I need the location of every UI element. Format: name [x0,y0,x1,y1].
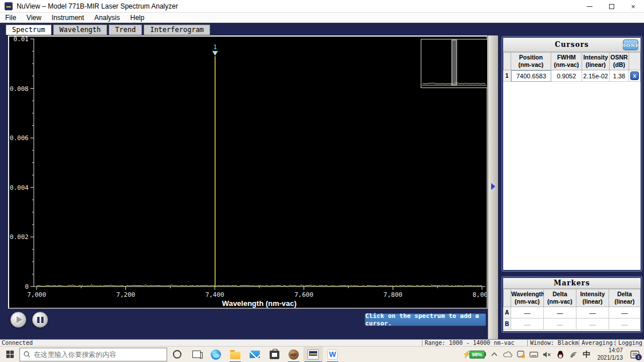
tab-spectrum[interactable]: Spectrum [6,25,52,35]
maximize-icon [609,4,614,9]
cursors-col-index [503,52,511,70]
maximize-button[interactable] [600,0,622,13]
cursors-panel: Cursors DONE Position(nm-vac) FWHM(nm-va… [502,37,642,271]
svg-text:7,400: 7,400 [206,291,224,299]
task-view-button[interactable] [187,347,206,362]
markers-col-delta-nm: Delta(nm-vac) [544,289,576,307]
cursors-col-osnr: OSNR(dB) [610,52,629,70]
status-bar: Connected Range: 1000 - 14000 nm-vac Win… [0,339,644,346]
close-icon: × [631,2,635,11]
clock-time: 14:07 [598,347,623,355]
cursors-col-fwhm: FWHM(nm-vac) [551,52,582,70]
game-app-button[interactable] [284,347,303,362]
tray-chevron-up-icon[interactable] [490,349,499,360]
status-logging: Logging [615,340,644,347]
svg-text:0.006: 0.006 [10,134,29,142]
cortana-icon [173,350,181,359]
svg-text:1: 1 [214,44,217,50]
volume-muted-icon[interactable] [543,349,552,360]
start-button[interactable] [0,347,19,362]
spectrum-plot[interactable]: 00.0020.0040.0060.0080.017,0007,2007,400… [9,37,487,308]
qq-penguin-icon[interactable] [556,349,565,360]
menu-file[interactable]: File [0,13,21,23]
svg-text:0.004: 0.004 [10,184,29,192]
marker-row-a: A — — — — [503,307,641,319]
tab-interferogram[interactable]: Interferogram [144,25,210,35]
done-button[interactable]: DONE [623,39,638,50]
tab-trend[interactable]: Trend [109,25,142,35]
keyboard-icon[interactable] [530,349,539,360]
cursors-col-delete [629,52,641,70]
right-panel: Cursors DONE Position(nm-vac) FWHM(nm-va… [499,23,644,339]
tab-wavelength[interactable]: Wavelength [53,25,107,35]
pause-icon [37,317,44,323]
battery-percent: 98% [469,351,484,359]
cursor-row-1: 1 7400.6583 0.9052 2.15e-02 1.38 X [503,70,641,82]
panel-splitter[interactable] [488,35,498,339]
pause-button[interactable] [32,312,48,328]
nuview-taskbar-button[interactable] [303,347,323,362]
svg-text:Wavelength (nm-vac): Wavelength (nm-vac) [222,299,297,308]
edge-button[interactable] [206,347,226,362]
search-input[interactable] [34,351,163,359]
marker-row-b: B — — — — [503,319,641,330]
svg-text:0.01: 0.01 [14,37,29,43]
minimize-button[interactable] [579,0,600,13]
cursors-col-position: Position(nm-vac) [511,52,551,70]
wps-button[interactable]: W [323,347,342,362]
mail-button[interactable] [245,347,264,362]
edge-icon [211,349,221,360]
overview-inset[interactable] [421,39,488,88]
markers-panel: Markers Wavelength(nm-vac) Delta(nm-vac)… [502,277,642,332]
svg-text:7,000: 7,000 [27,291,46,299]
svg-text:0.002: 0.002 [10,233,29,241]
onedrive-cloud-icon[interactable] [503,349,512,360]
overview-inset-plot [421,39,488,88]
mail-icon [250,351,260,358]
svg-text:7,600: 7,600 [294,291,313,299]
view-tabs: Spectrum Wavelength Trend Interferogram [6,25,210,35]
cursor-position-field[interactable]: 7400.6583 [511,70,551,82]
run-button[interactable] [10,312,26,328]
menu-view[interactable]: View [21,13,46,23]
svg-text:0: 0 [25,283,29,291]
ime-indicator[interactable]: 中 [582,349,591,360]
action-center-button[interactable]: 1 [629,349,641,360]
status-range: Range: 1000 - 14000 nm-vac [422,340,527,347]
markers-col-intensity: Intensity(linear) [576,289,609,307]
window-title: NuView – Model 771B-MIR Laser Spectrum A… [17,2,178,10]
window-titlebar: NuView – Model 771B-MIR Laser Spectrum A… [0,0,644,13]
windows-logo-icon [6,351,14,358]
status-averaging: Averaging: Of [579,340,615,347]
markers-table-header: Wavelength(nm-vac) Delta(nm-vac) Intensi… [503,289,641,307]
clock[interactable]: 14:07 2021/1/13 [595,347,626,361]
taskbar-search[interactable] [19,348,167,361]
add-cursor-hint: Click on the spectrum to add a cursor. [365,313,486,326]
spectrum-chart[interactable]: 00.0020.0040.0060.0080.017,0007,2007,400… [8,35,488,309]
network-signal-icon[interactable] [569,349,578,360]
cursor-index: 1 [503,70,511,82]
cursor-fwhm-value: 0.9052 [551,70,582,82]
close-button[interactable]: × [622,0,644,13]
menu-analysis[interactable]: Analysis [89,13,125,23]
cursor-intensity-value: 2.15e-02 [582,70,610,82]
expand-panel-arrow-icon[interactable] [491,183,495,190]
folder-icon [230,352,240,359]
battery-indicator[interactable]: ⚡ 98% [463,351,486,359]
minimize-icon [587,6,592,7]
svg-text:7,200: 7,200 [116,291,135,299]
file-explorer-button[interactable] [226,347,245,362]
markers-col-wavelength: Wavelength(nm-vac) [511,289,544,307]
delete-cursor-button[interactable]: X [630,71,639,80]
cursors-panel-title: Cursors DONE [503,38,641,52]
system-tray: ⚡ 98% 中 [463,347,644,362]
cursors-table-header: Position(nm-vac) FWHM(nm-vac) Intensity(… [503,52,641,70]
menu-help[interactable]: Help [125,13,150,23]
security-notification-icon[interactable] [516,349,526,360]
status-window: Window: Blackman [527,340,579,347]
svg-text:7,800: 7,800 [384,291,402,299]
cortana-button[interactable] [167,347,187,362]
wps-icon: W [327,349,338,360]
store-button[interactable] [264,347,284,362]
menu-instrument[interactable]: Instrument [46,13,89,23]
